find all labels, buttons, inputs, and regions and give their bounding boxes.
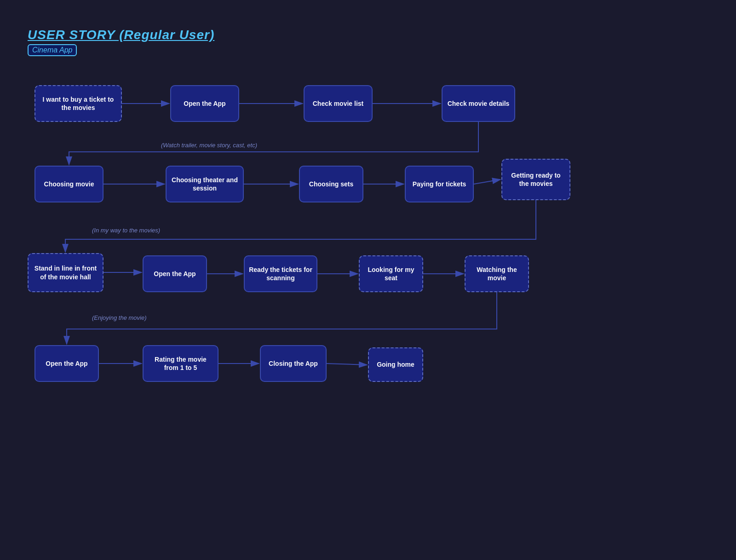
- label-row4: (Enjoying the movie): [92, 314, 147, 321]
- svg-line-14: [327, 364, 367, 365]
- node-getting-ready: Getting ready to the movies: [501, 159, 570, 200]
- node-rating-movie: Rating the movie from 1 to 5: [143, 345, 218, 382]
- title-section: USER STORY (Regular User) Cinema App: [28, 28, 214, 56]
- node-open-app-2: Open the App: [143, 255, 207, 292]
- label-row2: (Watch trailer, movie story, cast, etc): [161, 142, 257, 149]
- node-looking-seat: Looking for my seat: [359, 255, 423, 292]
- node-choosing-sets: Choosing sets: [299, 166, 363, 202]
- sub-title: Cinema App: [28, 44, 77, 56]
- node-closing-app: Closing the App: [260, 345, 327, 382]
- node-ready-tickets: Ready the tickets for scanning: [244, 255, 317, 292]
- node-choosing-theater: Choosing theater and session: [166, 166, 244, 202]
- main-title: USER STORY (Regular User): [28, 28, 214, 42]
- node-open-app-1: Open the App: [170, 85, 239, 122]
- node-choosing-movie: Choosing movie: [34, 166, 104, 202]
- label-row3: (In my way to the movies): [92, 227, 160, 234]
- node-open-app-3: Open the App: [34, 345, 99, 382]
- node-going-home: Going home: [368, 347, 423, 382]
- node-watching-movie: Watching the movie: [465, 255, 529, 292]
- node-want-ticket: I want to buy a ticket to the movies: [34, 85, 122, 122]
- node-check-movie-details: Check movie details: [442, 85, 515, 122]
- node-check-movie-list: Check movie list: [304, 85, 373, 122]
- svg-line-7: [474, 179, 500, 184]
- node-paying-tickets: Paying for tickets: [405, 166, 474, 202]
- node-stand-in-line: Stand in line in front of the movie hall: [28, 253, 104, 292]
